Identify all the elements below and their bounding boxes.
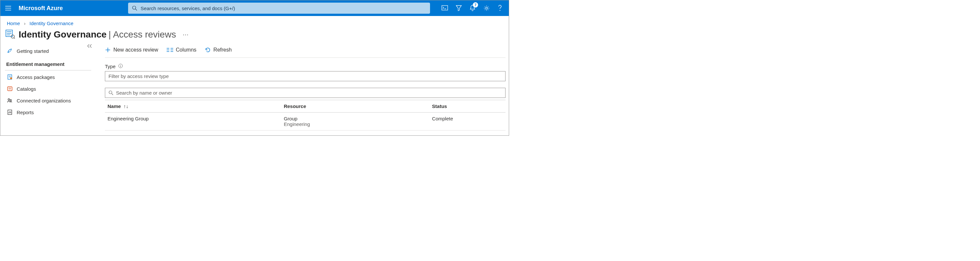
- info-icon[interactable]: [118, 63, 123, 69]
- collapse-sidebar-button[interactable]: [87, 44, 92, 50]
- svg-point-3: [500, 10, 500, 11]
- hamburger-icon: [5, 6, 11, 10]
- breadcrumb-home[interactable]: Home: [7, 21, 20, 26]
- help-button[interactable]: [498, 5, 502, 12]
- breadcrumb-separator: ›: [24, 21, 25, 26]
- toolbar-label: Refresh: [213, 47, 232, 53]
- refresh-button[interactable]: Refresh: [205, 47, 232, 53]
- sidebar-item-connected-orgs[interactable]: Connected organizations: [5, 95, 91, 106]
- people-icon: [6, 98, 13, 103]
- svg-rect-8: [8, 87, 12, 91]
- columns-icon: [167, 47, 173, 52]
- notifications-button[interactable]: 7: [469, 5, 476, 11]
- new-access-review-button[interactable]: New access review: [105, 47, 158, 53]
- page-subtitle: | Access reviews: [108, 29, 176, 40]
- svg-point-0: [133, 6, 136, 9]
- access-reviews-table: Name ↑↓ Resource Status Engineering Grou…: [105, 100, 506, 131]
- cell-resource: Group Engineering: [281, 112, 430, 131]
- breadcrumb-current[interactable]: Identity Governance: [29, 21, 73, 26]
- type-filter-input[interactable]: [105, 71, 506, 81]
- reports-icon: [6, 109, 13, 115]
- svg-rect-1: [442, 6, 448, 10]
- directory-filter-button[interactable]: [456, 5, 462, 11]
- column-header-name[interactable]: Name ↑↓: [105, 100, 281, 112]
- page-title: Identity Governance: [19, 29, 107, 40]
- cell-status: Complete: [430, 112, 506, 131]
- identity-governance-icon: [5, 29, 15, 40]
- refresh-icon: [205, 47, 211, 53]
- notification-badge: 7: [473, 2, 478, 8]
- page-title-row: Identity Governance | Access reviews ⋯: [0, 28, 509, 45]
- sort-icon: ↑↓: [124, 103, 129, 109]
- help-icon: [498, 5, 502, 12]
- cloud-shell-icon: [441, 5, 448, 11]
- sidebar-item-getting-started[interactable]: Getting started: [5, 45, 91, 57]
- settings-button[interactable]: [483, 5, 490, 11]
- toolbar-label: New access review: [113, 47, 158, 53]
- topbar: Microsoft Azure 7: [0, 0, 509, 16]
- sidebar-item-label: Reports: [17, 110, 34, 115]
- sidebar-item-label: Access packages: [17, 74, 55, 80]
- type-filter-label: Type: [105, 58, 506, 69]
- svg-point-7: [10, 78, 12, 79]
- name-owner-search[interactable]: [105, 88, 506, 98]
- search-icon: [132, 6, 137, 11]
- global-search[interactable]: [128, 3, 430, 14]
- chevron-left-double-icon: [87, 44, 92, 48]
- more-menu[interactable]: ⋯: [183, 31, 189, 38]
- svg-point-10: [10, 100, 11, 101]
- sidebar-item-reports[interactable]: Reports: [5, 106, 91, 118]
- sidebar-item-access-packages[interactable]: Access packages: [5, 71, 91, 83]
- package-icon: [6, 74, 13, 80]
- svg-point-9: [8, 99, 10, 100]
- global-search-input[interactable]: [140, 6, 426, 11]
- svg-point-2: [485, 7, 488, 9]
- columns-button[interactable]: Columns: [167, 47, 196, 53]
- search-icon: [108, 90, 113, 95]
- table-row[interactable]: Engineering Group Group Engineering Comp…: [105, 112, 506, 131]
- sidebar-item-catalogs[interactable]: Catalogs: [5, 83, 91, 95]
- column-header-status[interactable]: Status: [430, 100, 506, 112]
- svg-point-13: [109, 91, 112, 94]
- toolbar: New access review Columns Refresh: [105, 45, 506, 58]
- breadcrumb: Home › Identity Governance: [0, 16, 509, 28]
- sidebar-item-label: Catalogs: [17, 86, 36, 92]
- plus-icon: [105, 47, 111, 53]
- sidebar: Getting started Entitlement management A…: [0, 45, 95, 131]
- sidebar-section-entitlement: Entitlement management: [5, 57, 91, 70]
- hamburger-menu[interactable]: [0, 6, 16, 10]
- toolbar-label: Columns: [176, 47, 196, 53]
- sidebar-item-label: Connected organizations: [17, 98, 71, 103]
- cloud-shell-button[interactable]: [441, 5, 448, 11]
- column-header-resource[interactable]: Resource: [281, 100, 430, 112]
- brand-label[interactable]: Microsoft Azure: [19, 5, 63, 12]
- gear-icon: [483, 5, 490, 11]
- getting-started-icon: [6, 48, 13, 54]
- cell-name: Engineering Group: [105, 112, 281, 131]
- main-content: New access review Columns Refresh Type: [95, 45, 509, 131]
- filter-icon: [456, 5, 462, 11]
- catalog-icon: [6, 86, 13, 92]
- sidebar-item-label: Getting started: [17, 48, 49, 54]
